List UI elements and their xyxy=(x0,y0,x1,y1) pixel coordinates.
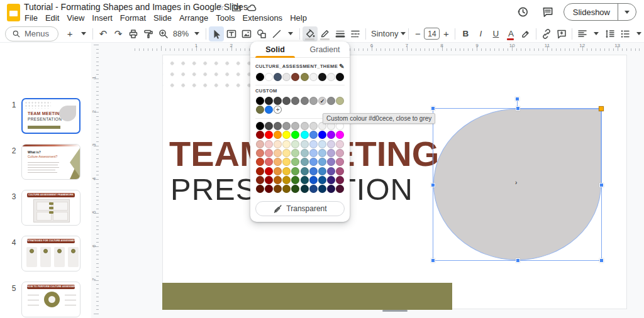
color-swatch[interactable] xyxy=(274,167,282,175)
color-swatch[interactable] xyxy=(282,140,291,148)
color-swatch[interactable] xyxy=(327,140,335,148)
color-swatch[interactable] xyxy=(318,158,326,166)
color-swatch[interactable] xyxy=(291,140,299,148)
color-swatch[interactable] xyxy=(256,167,264,175)
color-swatch[interactable] xyxy=(282,176,291,184)
align-button[interactable] xyxy=(575,26,590,41)
color-swatch[interactable] xyxy=(309,158,318,166)
add-custom-color-button[interactable]: + xyxy=(274,106,282,114)
version-history-icon[interactable] xyxy=(513,3,532,21)
line-dropdown[interactable] xyxy=(284,26,297,41)
accent-bar-shape[interactable] xyxy=(162,283,452,310)
text-box-tool[interactable] xyxy=(224,26,239,41)
bulleted-list-dropdown[interactable] xyxy=(633,26,644,41)
color-swatch[interactable] xyxy=(274,185,282,193)
color-swatch[interactable] xyxy=(309,176,318,184)
menu-format[interactable]: Format xyxy=(116,13,150,23)
line-spacing-button[interactable] xyxy=(602,26,618,41)
color-swatch[interactable] xyxy=(282,73,291,81)
insert-image-button[interactable] xyxy=(239,26,254,41)
color-swatch[interactable] xyxy=(274,122,282,130)
highlight-color-button[interactable] xyxy=(518,26,533,41)
underline-button[interactable]: U xyxy=(488,26,503,41)
slide-thumbnail-3[interactable]: CULTURE ASSESSMENT FRAMEWORK xyxy=(21,190,80,226)
color-swatch[interactable] xyxy=(309,131,318,139)
selection-handle-nw[interactable] xyxy=(431,106,435,111)
new-slide-button[interactable]: + xyxy=(62,26,77,41)
color-swatch[interactable] xyxy=(309,167,318,175)
color-swatch[interactable] xyxy=(274,140,282,148)
canvas-area[interactable]: 12345678910111213 TEAM MEETING PRESENTAT… xyxy=(99,43,644,318)
color-swatch[interactable] xyxy=(327,185,335,193)
color-swatch[interactable] xyxy=(265,176,273,184)
color-swatch[interactable] xyxy=(309,149,318,157)
zoom-level[interactable]: 88% xyxy=(171,26,191,41)
selection-handle-w[interactable] xyxy=(431,183,435,187)
color-swatch[interactable] xyxy=(291,167,299,175)
color-swatch[interactable] xyxy=(265,158,273,166)
color-swatch[interactable] xyxy=(301,167,309,175)
color-swatch[interactable] xyxy=(336,131,344,139)
menus-search-button[interactable]: Menus xyxy=(5,26,58,41)
color-swatch[interactable] xyxy=(301,185,309,193)
border-weight-button[interactable] xyxy=(333,26,348,41)
menu-extensions[interactable]: Extensions xyxy=(239,13,287,23)
menu-view[interactable]: View xyxy=(63,13,88,23)
color-swatch[interactable] xyxy=(301,122,309,130)
color-swatch[interactable] xyxy=(327,149,335,157)
increase-font-size-button[interactable]: + xyxy=(440,26,452,41)
color-swatch[interactable] xyxy=(336,185,344,193)
color-swatch[interactable] xyxy=(256,185,264,193)
color-swatch[interactable] xyxy=(291,122,299,130)
color-swatch[interactable] xyxy=(336,149,344,157)
scrollbar-handle[interactable] xyxy=(382,310,408,312)
slide-thumbnail-2[interactable]: What is? Culture Assessment? xyxy=(21,144,80,180)
color-swatch[interactable] xyxy=(265,73,273,81)
selection-handle-n[interactable] xyxy=(516,106,520,111)
color-swatch[interactable] xyxy=(327,167,335,175)
color-swatch[interactable] xyxy=(318,73,326,81)
text-color-button[interactable]: A xyxy=(503,26,518,41)
decrease-font-size-button[interactable]: − xyxy=(411,26,424,41)
color-swatch[interactable] xyxy=(265,106,273,114)
color-swatch[interactable] xyxy=(301,73,309,81)
color-swatch[interactable] xyxy=(282,167,291,175)
color-swatch[interactable] xyxy=(265,97,273,105)
color-swatch[interactable] xyxy=(327,73,335,81)
new-slide-dropdown[interactable] xyxy=(77,26,90,41)
paint-format-button[interactable] xyxy=(141,26,156,41)
color-swatch[interactable] xyxy=(282,131,291,139)
color-swatch[interactable] xyxy=(256,122,264,130)
color-swatch[interactable] xyxy=(336,158,344,166)
color-swatch[interactable] xyxy=(301,97,309,105)
color-swatch[interactable] xyxy=(309,140,318,148)
selection-handle-s[interactable] xyxy=(516,258,520,263)
print-button[interactable] xyxy=(126,26,141,41)
color-swatch[interactable] xyxy=(336,73,344,81)
color-swatch[interactable] xyxy=(301,140,309,148)
menu-edit[interactable]: Edit xyxy=(42,13,63,23)
color-swatch[interactable] xyxy=(301,176,309,184)
color-swatch[interactable] xyxy=(265,122,273,130)
color-swatch[interactable] xyxy=(282,149,291,157)
menu-arrange[interactable]: Arrange xyxy=(175,13,212,23)
selected-shape[interactable] xyxy=(433,109,601,260)
insert-link-button[interactable] xyxy=(539,26,554,41)
color-swatch[interactable] xyxy=(318,140,326,148)
color-swatch[interactable] xyxy=(327,97,335,105)
color-swatch[interactable] xyxy=(291,149,299,157)
color-swatch[interactable] xyxy=(327,158,335,166)
color-swatch[interactable] xyxy=(274,176,282,184)
color-swatch[interactable] xyxy=(291,176,299,184)
color-swatch[interactable] xyxy=(274,73,282,81)
menu-insert[interactable]: Insert xyxy=(88,13,116,23)
color-swatch[interactable] xyxy=(318,176,326,184)
zoom-dropdown[interactable] xyxy=(191,26,203,41)
color-swatch[interactable] xyxy=(282,158,291,166)
zoom-icon[interactable] xyxy=(156,26,171,41)
color-swatch[interactable] xyxy=(318,167,326,175)
tab-solid[interactable]: Solid xyxy=(250,41,300,57)
color-swatch[interactable] xyxy=(318,185,326,193)
color-swatch[interactable] xyxy=(318,149,326,157)
color-swatch[interactable] xyxy=(291,158,299,166)
